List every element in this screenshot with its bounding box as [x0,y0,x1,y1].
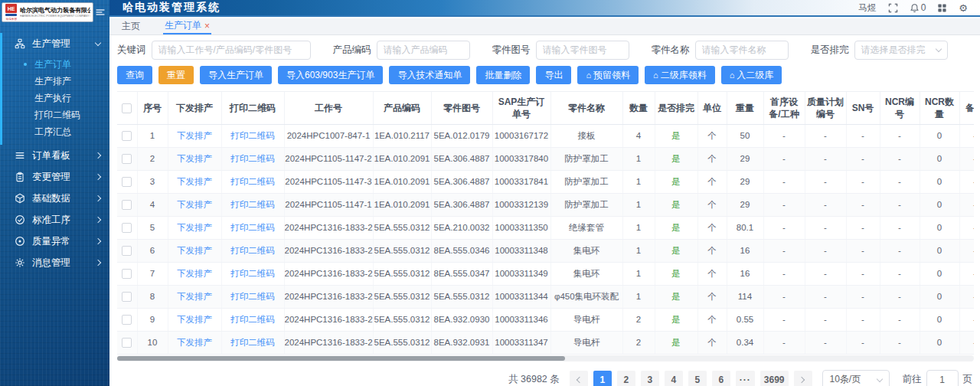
cell-unit: 个 [697,308,727,331]
page-button[interactable]: 6 [712,371,730,386]
apps-grid-icon[interactable] [937,3,947,13]
sidebar-group-toggle[interactable]: 订单看板 [0,145,109,166]
issue-schedule-link[interactable]: 下发排产 [177,338,212,347]
issue-schedule-link[interactable]: 下发排产 [177,269,212,278]
sidebar-collapse-icon[interactable] [96,8,105,16]
filter-input[interactable] [377,41,470,60]
cell-unit: 个 [697,216,727,239]
page-button[interactable]: 3699 [760,371,789,386]
horizontal-scrollbar[interactable] [117,355,974,361]
cell-sap_order_no: 10003311347 [492,331,550,354]
company-name-en: HARBIN ELECTRIC POWER EQUIPMENT COMPANY … [20,14,77,17]
toolbar-button[interactable]: 批量删除 [476,66,530,84]
toolbar-button[interactable]: 导入生产订单 [200,66,272,84]
cell-unit: 个 [697,170,727,193]
seq-cell: 3 [137,170,168,193]
row-checkbox[interactable] [122,315,132,325]
page-button[interactable]: 2 [617,371,635,386]
tab-close-icon[interactable]: × [204,21,210,31]
sidebar-item-label: 生产执行 [34,92,71,105]
row-checkbox[interactable] [122,292,132,302]
print-qrcode-link[interactable]: 打印二维码 [230,292,275,301]
toolbar-button[interactable]: 导入603/903生产订单 [278,66,383,84]
toolbar-button[interactable]: ⌂二级库领料 [645,66,715,84]
issue-schedule-link[interactable]: 下发排产 [177,177,212,186]
toolbar-button[interactable]: 导出 [536,66,571,84]
print-cell: 打印二维码 [221,331,284,354]
print-qrcode-link[interactable]: 打印二维码 [230,177,275,186]
sidebar-item[interactable]: 生产排产 [0,73,109,90]
print-qrcode-link[interactable]: 打印二维码 [230,223,275,232]
sidebar-group-toggle[interactable]: 消息管理 [0,252,109,273]
tab-item[interactable]: 主页 [120,18,142,34]
issue-schedule-link[interactable]: 下发排产 [177,292,212,301]
cell-remark: - [959,239,974,262]
cell-quality_plan_no: - [805,285,846,308]
row-checkbox[interactable] [122,131,132,141]
sidebar-group-toggle[interactable]: 基础数据 [0,188,109,209]
issue-schedule-link[interactable]: 下发排产 [177,246,212,255]
print-cell: 打印二维码 [221,193,284,216]
print-qrcode-link[interactable]: 打印二维码 [230,269,275,278]
page-size-select[interactable]: 10条/页 [822,370,890,386]
settings-gear-icon[interactable]: ⚙ [959,3,968,13]
toolbar-button[interactable]: ⌂预留领料 [577,66,639,84]
row-checkbox[interactable] [122,246,132,256]
sidebar-item[interactable]: 工序汇总 [0,123,109,140]
issue-schedule-link[interactable]: 下发排产 [177,131,212,140]
issue-schedule-link[interactable]: 下发排产 [177,315,212,324]
cell-product_code: 5EA.555.0312 [373,216,431,239]
cell-first_device: - [763,193,805,216]
issue-cell: 下发排产 [168,285,221,308]
scrollbar-thumb[interactable] [117,356,565,361]
issue-schedule-link[interactable]: 下发排产 [177,223,212,232]
toolbar-button[interactable]: 导入技术通知单 [389,66,470,84]
print-qrcode-link[interactable]: 打印二维码 [230,315,275,324]
goto-page-input[interactable] [926,370,959,386]
filter-select[interactable]: 请选择是否排完 [854,41,948,60]
cell-quality_plan_no: - [805,239,846,262]
tab-active[interactable]: 生产订单× [163,18,211,34]
button-label: 预留领料 [593,69,630,82]
next-page-button[interactable] [794,371,812,386]
sidebar-group-toggle[interactable]: 生产管理 [0,33,109,54]
issue-schedule-link[interactable]: 下发排产 [177,200,212,209]
page-button[interactable]: 4 [665,371,683,386]
toolbar-button[interactable]: 重置 [158,66,194,84]
user-name[interactable]: 马煜 [858,2,877,15]
row-checkbox[interactable] [122,223,132,233]
page-button[interactable]: 1 [593,371,612,386]
print-qrcode-link[interactable]: 打印二维码 [230,154,275,163]
row-checkbox[interactable] [122,154,132,164]
notification-bell-icon[interactable]: 0 [910,2,926,13]
sidebar-item[interactable]: 打印二维码 [0,106,109,123]
sidebar-group-toggle[interactable]: 质量异常 [0,231,109,252]
cell-ncr_no: - [880,147,920,170]
issue-schedule-link[interactable]: 下发排产 [177,154,212,163]
row-checkbox[interactable] [122,177,132,187]
sidebar-item[interactable]: 生产执行 [0,90,109,106]
print-qrcode-link[interactable]: 打印二维码 [230,246,275,255]
filter-input[interactable] [536,41,629,60]
row-checkbox[interactable] [122,200,132,210]
sidebar-group-toggle[interactable]: 变更管理 [0,166,109,188]
filter-input[interactable] [152,41,311,60]
print-qrcode-link[interactable]: 打印二维码 [230,200,275,209]
filter-input[interactable] [695,41,789,60]
page-button[interactable]: 5 [688,371,707,386]
row-checkbox[interactable] [122,338,132,348]
fullscreen-icon[interactable] [888,3,898,13]
page-button[interactable]: 3 [641,371,659,386]
prev-page-button[interactable] [570,371,588,386]
row-checkbox[interactable] [122,269,132,279]
cell-scheduled: 是 [655,147,697,170]
button-label: 重置 [167,69,185,82]
sidebar-item[interactable]: 生产订单 [0,56,109,73]
print-qrcode-link[interactable]: 打印二维码 [230,131,275,140]
toolbar-button[interactable]: ⌂入二级库 [721,66,782,84]
print-qrcode-link[interactable]: 打印二维码 [230,338,275,347]
toolbar-button[interactable]: 查询 [117,66,152,84]
select-all-checkbox[interactable] [122,103,132,113]
sidebar-group-toggle[interactable]: 标准工序 [0,209,109,231]
more-pages-button[interactable]: ··· [736,371,755,386]
